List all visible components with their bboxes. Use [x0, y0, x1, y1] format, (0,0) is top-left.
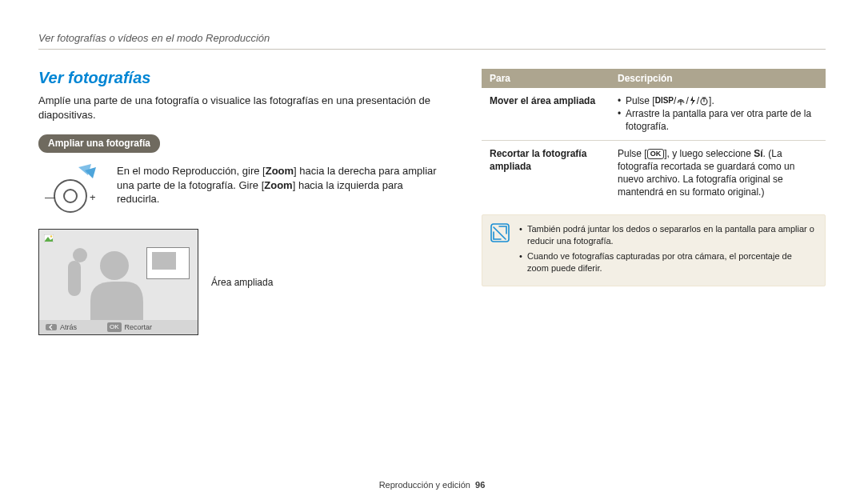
preview-row: Atrás OK Recortar Área ampliada	[38, 229, 443, 335]
row-label: Mover el área ampliada	[482, 88, 610, 140]
table-row: Mover el área ampliada Pulse [DISP///]. …	[482, 88, 826, 140]
table-head-a: Para	[482, 69, 610, 88]
right-column: Para Descripción Mover el área ampliada …	[482, 69, 826, 335]
svg-point-2	[54, 180, 86, 212]
disp-key-icon: DISP	[655, 96, 674, 105]
text: Pulse [	[618, 148, 647, 159]
footer-page-number: 96	[475, 480, 485, 490]
intro-text: Amplíe una parte de una fotografía o vis…	[38, 94, 443, 122]
instructions-table: Para Descripción Mover el área ampliada …	[482, 69, 826, 205]
page-header: Ver fotografías o vídeos en el modo Repr…	[38, 32, 826, 44]
divider	[38, 49, 826, 50]
text: Zoom	[266, 165, 294, 177]
zoom-dial-icon: — +	[38, 164, 106, 218]
footer-section: Reproducción y edición	[379, 480, 470, 490]
preview-controls: Atrás OK Recortar	[39, 320, 198, 334]
section-heading: Ampliar una fotografía	[38, 134, 160, 153]
row-label: Recortar la fotografía ampliada	[482, 140, 610, 205]
ok-key-icon: OK	[107, 322, 122, 332]
note-box: También podrá juntar los dedos o separar…	[482, 214, 826, 286]
note-icon	[490, 223, 510, 242]
svg-point-8	[50, 235, 52, 237]
table-head-b: Descripción	[610, 69, 826, 88]
list-item: Arrastre la pantalla para ver otra parte…	[618, 107, 818, 133]
flash-icon	[689, 96, 697, 106]
ok-button-icon: OK	[647, 149, 665, 159]
macro-icon	[676, 96, 686, 106]
text: Pulse [	[626, 95, 655, 106]
svg-marker-12	[690, 96, 695, 106]
text: Sí	[754, 148, 762, 159]
text: En el modo Reproducción, gire [	[117, 165, 266, 177]
back-control: Atrás	[39, 323, 77, 331]
left-column: Ver fotografías Amplíe una parte de una …	[38, 69, 443, 335]
svg-point-9	[100, 251, 129, 280]
crop-label: Recortar	[125, 323, 153, 331]
svg-point-3	[64, 190, 77, 202]
zoom-inset-icon	[146, 247, 190, 279]
text: ], y luego seleccione	[664, 148, 754, 159]
zoom-instruction-text: En el modo Reproducción, gire [Zoom] hac…	[117, 164, 443, 206]
row-desc: Pulse [DISP///]. Arrastre la pantalla pa…	[610, 88, 826, 140]
back-icon	[46, 324, 57, 330]
preview-caption: Área ampliada	[211, 277, 273, 288]
timer-icon	[699, 96, 709, 106]
table-row: Recortar la fotografía ampliada Pulse [O…	[482, 140, 826, 205]
crop-control: OK Recortar	[101, 322, 152, 332]
svg-rect-10	[68, 261, 81, 296]
preview-box: Atrás OK Recortar	[38, 229, 198, 335]
text: Zoom	[264, 179, 292, 191]
table-header-row: Para Descripción	[482, 69, 826, 88]
zoom-instruction-row: — + En el modo Reproducción, gire [Zoom]…	[38, 164, 443, 218]
note-item: Cuando ve fotografías capturadas por otr…	[519, 250, 815, 274]
svg-rect-11	[73, 248, 87, 262]
back-label: Atrás	[60, 323, 77, 331]
page-footer: Reproducción y edición 96	[0, 480, 864, 490]
note-item: También podrá juntar los dedos o separar…	[519, 223, 815, 247]
image-thumb-icon	[44, 234, 54, 242]
content-columns: Ver fotografías Amplíe una parte de una …	[38, 69, 826, 335]
svg-text:+: +	[90, 191, 96, 203]
svg-text:—: —	[45, 191, 55, 203]
list-item: Pulse [DISP///].	[618, 94, 818, 107]
row-desc: Pulse [OK], y luego seleccione Sí. (La f…	[610, 140, 826, 205]
page-title: Ver fotografías	[38, 69, 443, 87]
text: ].	[709, 95, 714, 106]
